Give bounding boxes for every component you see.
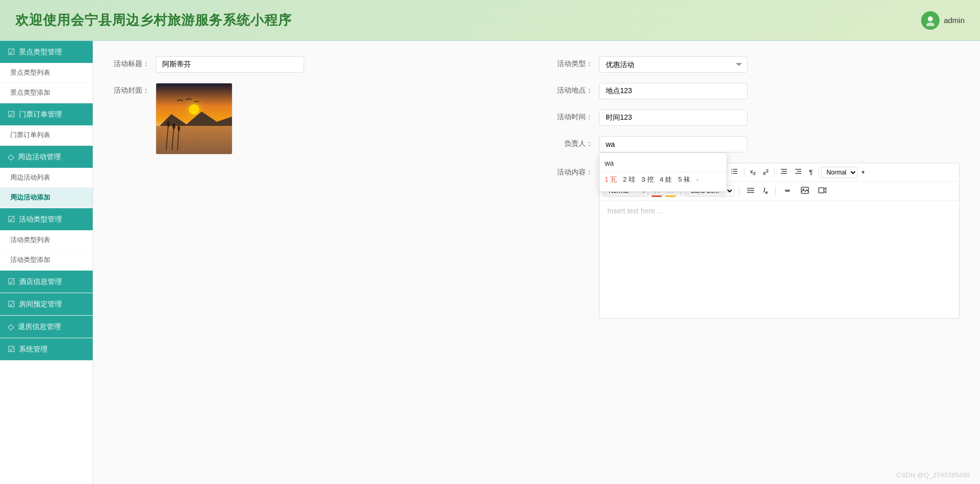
activity-time-label: 活动时间： <box>557 109 593 122</box>
activity-title-input[interactable] <box>156 56 304 73</box>
form-row-location: 活动地点： <box>557 83 960 99</box>
checkbox-icon-system: ☑ <box>8 344 15 354</box>
autocomplete-item-3[interactable]: 3 挖 <box>642 175 654 184</box>
image-button[interactable] <box>798 185 812 197</box>
video-button[interactable] <box>815 185 829 197</box>
sidebar: ☑ 景点类型管理 景点类型列表 景点类型添加 ☑ 门票订单管理 门票订单列表 ◇ <box>0 41 93 484</box>
avatar <box>921 11 940 30</box>
sidebar-item-scenic-type-list[interactable]: 景点类型列表 <box>0 63 93 83</box>
svg-point-1 <box>926 23 934 26</box>
svg-point-8 <box>178 126 180 131</box>
sidebar-group-scenic-type: ☑ 景点类型管理 景点类型列表 景点类型添加 <box>0 41 93 103</box>
autocomplete-input-row <box>600 157 727 172</box>
checkbox-icon-ticket: ☑ <box>8 109 15 119</box>
sidebar-group-header-checkout[interactable]: ◇ 退房信息管理 <box>0 316 93 338</box>
form-row-responsible: 负责人： 1 瓦 2 哇 3 挖 4 娃 <box>557 136 960 152</box>
main-layout: ☑ 景点类型管理 景点类型列表 景点类型添加 ☑ 门票订单管理 门票订单列表 ◇ <box>0 41 980 484</box>
svg-point-20 <box>731 173 732 174</box>
checkbox-icon: ☑ <box>8 47 15 57</box>
clear-format-button[interactable]: Ix <box>760 185 771 196</box>
svg-line-5 <box>172 126 174 150</box>
subscript-button[interactable]: x2 <box>747 167 759 178</box>
autocomplete-item-5[interactable]: 5 袜 <box>678 175 690 184</box>
sidebar-group-header-room[interactable]: ☑ 房间预定管理 <box>0 293 93 315</box>
sidebar-item-ticket-list[interactable]: 门票订单列表 <box>0 125 93 145</box>
align-button[interactable] <box>744 186 757 196</box>
font-size-arrow[interactable]: ▾ <box>859 168 867 177</box>
sidebar-group-label-checkout: 退房信息管理 <box>18 322 61 332</box>
autocomplete-more[interactable]: › <box>696 176 698 183</box>
sidebar-group-header-system[interactable]: ☑ 系统管理 <box>0 338 93 360</box>
svg-point-0 <box>928 16 933 21</box>
activity-time-input[interactable] <box>599 109 748 126</box>
indent-left-button[interactable] <box>777 166 791 178</box>
checkbox-icon-room: ☑ <box>8 299 15 309</box>
sidebar-group-header-ticket[interactable]: ☑ 门票订单管理 <box>0 103 93 125</box>
content-area: 活动标题： 活动封面： <box>93 41 980 484</box>
diamond-icon-activity: ◇ <box>8 152 14 162</box>
watermark: CSDN @Q_2743785499 <box>897 471 970 479</box>
svg-point-18 <box>731 169 732 170</box>
sidebar-group-header-activity[interactable]: ◇ 周边活动管理 <box>0 146 93 168</box>
link-button[interactable] <box>780 186 795 196</box>
form-row-time: 活动时间： <box>557 109 960 126</box>
sidebar-group-checkout: ◇ 退房信息管理 <box>0 316 93 338</box>
autocomplete-dropdown: 1 瓦 2 哇 3 挖 4 娃 5 袜 › <box>599 152 727 192</box>
sidebar-group-room: ☑ 房间预定管理 <box>0 293 93 316</box>
autocomplete-item-2[interactable]: 2 哇 <box>623 175 635 184</box>
sidebar-group-label-activity-type: 活动类型管理 <box>19 215 62 224</box>
sidebar-group-header-activity-type[interactable]: ☑ 活动类型管理 <box>0 208 93 230</box>
checkbox-icon-hotel: ☑ <box>8 277 15 287</box>
sidebar-group-activity-type: ☑ 活动类型管理 活动类型列表 活动类型添加 <box>0 208 93 271</box>
sidebar-group-header-scenic-type[interactable]: ☑ 景点类型管理 <box>0 41 93 63</box>
form-row-title: 活动标题： <box>114 56 516 73</box>
activity-location-input[interactable] <box>599 83 748 99</box>
responsible-input[interactable] <box>599 136 748 152</box>
form-left-column: 活动标题： 活动封面： <box>114 56 516 329</box>
indent-right-button[interactable] <box>792 166 805 178</box>
activity-cover-label: 活动封面： <box>114 83 150 95</box>
sidebar-group-label-system: 系统管理 <box>19 345 48 354</box>
sidebar-item-activity-type-add[interactable]: 活动类型添加 <box>0 250 93 270</box>
activity-cover-preview[interactable] <box>156 83 232 155</box>
sidebar-group-label-activity: 周边活动管理 <box>18 152 61 162</box>
activity-type-label: 活动类型： <box>557 56 593 69</box>
autocomplete-inner-input[interactable] <box>605 159 635 167</box>
toolbar-sep-3 <box>744 168 744 177</box>
sidebar-item-scenic-type-add[interactable]: 景点类型添加 <box>0 83 93 103</box>
svg-point-4 <box>167 121 169 127</box>
rtl-button[interactable]: ¶ <box>806 167 816 178</box>
svg-point-6 <box>173 123 175 129</box>
sidebar-item-activity-list[interactable]: 周边活动列表 <box>0 168 93 188</box>
svg-rect-33 <box>819 188 824 193</box>
font-size-select[interactable]: Normal Small Large <box>821 167 858 178</box>
sidebar-item-activity-add[interactable]: 周边活动添加 <box>0 188 93 208</box>
autocomplete-item-4[interactable]: 4 娃 <box>660 175 672 184</box>
sidebar-group-system: ☑ 系统管理 <box>0 338 93 361</box>
autocomplete-suggestions: 1 瓦 2 哇 3 挖 4 娃 5 袜 › <box>600 172 727 187</box>
sidebar-group-label-ticket: 门票订单管理 <box>19 110 62 119</box>
sidebar-group-hotel: ☑ 酒店信息管理 <box>0 271 93 293</box>
toolbar-sep-8 <box>775 186 776 195</box>
activity-type-select[interactable]: 优惠活动 文化活动 体育活动 <box>599 56 748 73</box>
sidebar-group-label-room: 房间预定管理 <box>19 300 62 309</box>
superscript-button[interactable]: x2 <box>760 167 772 178</box>
editor-body[interactable]: Insert text here ... <box>600 201 959 318</box>
sidebar-item-activity-type-list[interactable]: 活动类型列表 <box>0 230 93 250</box>
form-row-cover: 活动封面： <box>114 83 516 155</box>
activity-location-label: 活动地点： <box>557 83 593 95</box>
page-title: 欢迎使用会宁县周边乡村旅游服务系统小程序 <box>15 11 292 29</box>
responsible-label: 负责人： <box>557 136 593 148</box>
activity-title-label: 活动标题： <box>114 56 150 69</box>
svg-point-19 <box>731 171 732 172</box>
responsible-input-wrapper: 1 瓦 2 哇 3 挖 4 娃 5 袜 › <box>599 136 960 152</box>
list-unordered-button[interactable] <box>728 166 741 178</box>
form-right-column: 活动类型： 优惠活动 文化活动 体育活动 活动地点： <box>557 56 960 329</box>
toolbar-sep-5 <box>818 168 819 177</box>
header-user: admin <box>921 11 965 30</box>
checkbox-icon-activity-type: ☑ <box>8 214 15 224</box>
form-row-type: 活动类型： 优惠活动 文化活动 体育活动 <box>557 56 960 73</box>
sidebar-group-activity: ◇ 周边活动管理 周边活动列表 周边活动添加 <box>0 146 93 208</box>
autocomplete-item-1[interactable]: 1 瓦 <box>605 175 617 184</box>
sidebar-group-header-hotel[interactable]: ☑ 酒店信息管理 <box>0 271 93 293</box>
